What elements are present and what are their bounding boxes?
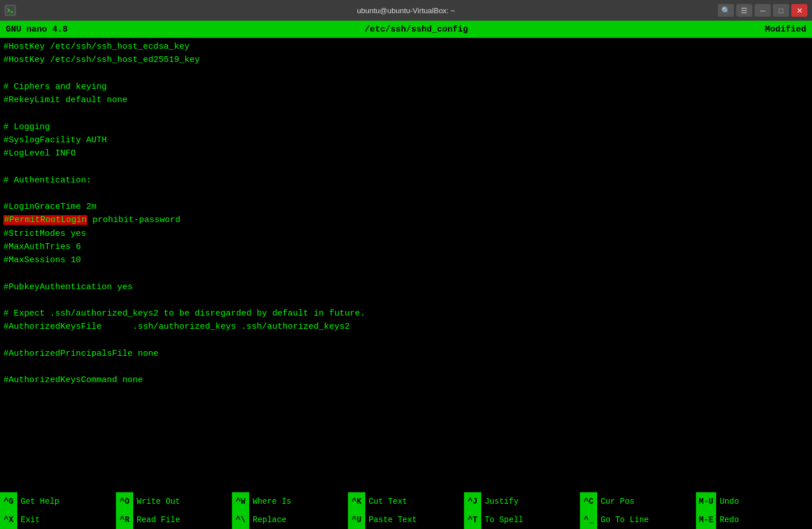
editor-line: # Authentication: (3, 174, 809, 187)
window-title: ubuntu@ubuntu-VirtualBox: ~ (357, 6, 455, 15)
search-button[interactable]: 🔍 (718, 4, 734, 17)
editor-line: #LoginGraceTime 2m (3, 200, 809, 213)
nano-filename: /etc/ssh/sshd_config (365, 25, 468, 34)
shortcut-key: ^C (580, 492, 597, 511)
editor-line: #AuthorizedPrincipalsFile none (3, 347, 809, 360)
shortcut-label: Undo (716, 497, 743, 506)
editor-line (3, 67, 809, 80)
shortcut-item[interactable]: ^GGet Help (0, 492, 116, 511)
shortcut-item[interactable]: M-ERedo (696, 511, 812, 529)
shortcut-key: ^X (0, 511, 17, 529)
shortcut-key: ^R (116, 511, 133, 529)
shortcut-item[interactable]: ^UPaste Text (348, 511, 464, 529)
editor-line: # Ciphers and keying (3, 80, 809, 94)
shortcut-label: Cut Text (365, 497, 411, 506)
shortcut-item[interactable]: ^TTo Spell (464, 511, 580, 529)
editor-line: #PubkeyAuthentication yes (3, 281, 809, 294)
shortcut-key: M-E (696, 511, 716, 529)
shortcut-key: ^K (348, 492, 365, 511)
shortcut-row-2: ^XExit^RRead File^\Replace^UPaste Text^T… (0, 511, 812, 529)
editor-line: # Expect .ssh/authorized_keys2 to be dis… (3, 307, 809, 320)
shortcut-key: ^O (116, 492, 133, 511)
shortcut-label: Redo (716, 515, 743, 524)
shortcut-label: Cur Pos (597, 497, 638, 506)
shortcut-label: Paste Text (365, 515, 420, 524)
shortcut-label: Read File (133, 515, 184, 524)
shortcut-item[interactable]: ^RRead File (116, 511, 232, 529)
editor-line: #AuthorizedKeysFile .ssh/authorized_keys… (3, 320, 809, 333)
shortcut-row-1: ^GGet Help^OWrite Out^WWhere Is^KCut Tex… (0, 492, 812, 511)
titlebar: ubuntu@ubuntu-VirtualBox: ~ 🔍 ☰ ─ □ ✕ (0, 0, 812, 21)
minimize-button[interactable]: ─ (755, 4, 771, 17)
editor-line: #SyslogFacility AUTH (3, 134, 809, 147)
shortcut-label: Replace (249, 515, 290, 524)
maximize-button[interactable]: □ (773, 4, 789, 17)
editor-line: #HostKey /etc/ssh/ssh_host_ed25519_key (3, 53, 809, 67)
shortcut-key: ^_ (580, 511, 597, 529)
shortcut-item[interactable]: ^\Replace (232, 511, 348, 529)
editor-line: #MaxSessions 10 (3, 254, 809, 267)
shortcut-key: M-U (696, 492, 716, 511)
nano-modified: Modified (765, 25, 806, 34)
shortcut-label: Write Out (133, 497, 184, 506)
editor-line (3, 360, 809, 374)
titlebar-left (5, 5, 16, 16)
shortcut-label: Where Is (249, 497, 295, 506)
editor-line (3, 107, 809, 120)
shortcut-label: To Spell (481, 515, 527, 524)
editor-line (3, 187, 809, 200)
editor-line (3, 294, 809, 307)
shortcut-label: Get Help (17, 497, 63, 506)
highlighted-text: #PermitRootLogin (3, 215, 87, 225)
editor-area[interactable]: #HostKey /etc/ssh/ssh_host_ecdsa_key#Hos… (0, 38, 812, 492)
shortcut-key: ^\ (232, 511, 249, 529)
shortcut-key: ^G (0, 492, 17, 511)
editor-line: #AuthorizedKeysCommand none (3, 374, 809, 387)
editor-line (3, 334, 809, 347)
editor-line: #RekeyLimit default none (3, 94, 809, 107)
editor-line: # Logging (3, 120, 809, 134)
editor-line: #HostKey /etc/ssh/ssh_host_ecdsa_key (3, 40, 809, 53)
editor-line: #LogLevel INFO (3, 147, 809, 160)
nano-footer: ^GGet Help^OWrite Out^WWhere Is^KCut Tex… (0, 492, 812, 529)
shortcut-label: Justify (481, 497, 522, 506)
close-button[interactable]: ✕ (791, 4, 807, 17)
shortcut-key: ^T (464, 511, 481, 529)
shortcut-item[interactable]: ^OWrite Out (116, 492, 232, 511)
shortcut-item[interactable]: ^XExit (0, 511, 116, 529)
shortcut-key: ^W (232, 492, 249, 511)
shortcut-key: ^U (348, 511, 365, 529)
shortcut-label: Go To Line (597, 515, 652, 524)
shortcut-item[interactable]: M-UUndo (696, 492, 812, 511)
shortcut-item[interactable]: ^JJustify (464, 492, 580, 511)
editor-line (3, 160, 809, 173)
shortcut-item[interactable]: ^CCur Pos (580, 492, 696, 511)
nano-header: GNU nano 4.8 /etc/ssh/sshd_config Modifi… (0, 21, 812, 38)
editor-line: #StrictModes yes (3, 227, 809, 240)
shortcut-item[interactable]: ^WWhere Is (232, 492, 348, 511)
nano-version: GNU nano 4.8 (6, 25, 68, 34)
shortcut-item[interactable]: ^KCut Text (348, 492, 464, 511)
terminal-icon (5, 5, 16, 16)
shortcut-item[interactable]: ^_Go To Line (580, 511, 696, 529)
menu-button[interactable]: ☰ (736, 4, 752, 17)
shortcut-key: ^J (464, 492, 481, 511)
editor-line: #PermitRootLogin prohibit-password (3, 213, 809, 227)
shortcut-label: Exit (17, 515, 44, 524)
editor-line (3, 267, 809, 280)
window-controls: 🔍 ☰ ─ □ ✕ (718, 4, 807, 17)
editor-line: #MaxAuthTries 6 (3, 240, 809, 254)
